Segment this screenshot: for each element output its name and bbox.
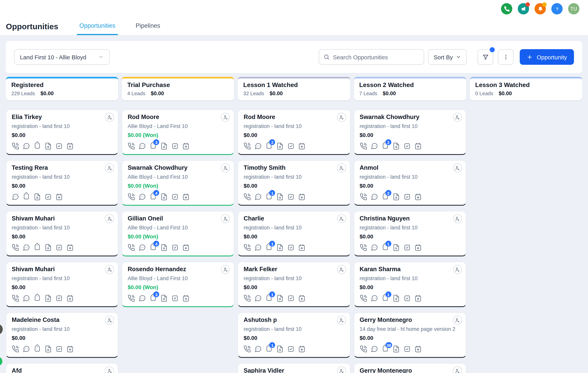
card-file-button[interactable] (160, 193, 168, 201)
card-phone-button[interactable] (12, 295, 19, 302)
card-tag-button[interactable]: 4 (149, 244, 157, 251)
card-tag-button[interactable]: 38 (381, 345, 389, 353)
card-task-button[interactable] (55, 142, 63, 150)
opportunity-card[interactable]: Rod MooreAllie Bloyd - Land First 10$0.0… (122, 110, 234, 155)
card-phone-button[interactable] (359, 142, 367, 150)
card-task-button[interactable] (287, 244, 295, 251)
unassign-owner-button[interactable] (453, 265, 462, 274)
card-task-button[interactable] (55, 295, 63, 302)
card-calendar-button[interactable] (298, 295, 306, 302)
card-tag-button[interactable]: 1 (265, 244, 273, 251)
phone-icon-button[interactable] (501, 3, 512, 14)
opportunity-card[interactable]: Testing Reraregistration - land first 10… (6, 160, 118, 206)
card-task-button[interactable] (55, 244, 63, 251)
card-task-button[interactable] (287, 193, 295, 201)
card-phone-button[interactable] (128, 295, 135, 302)
unassign-owner-button[interactable] (337, 214, 346, 223)
opportunity-card[interactable]: Mark Felkerregistration - land first 10$… (238, 262, 350, 307)
opportunity-card[interactable]: Charlieregistration - land first 10$0.00… (238, 211, 350, 256)
card-task-button[interactable] (403, 244, 411, 251)
card-task-button[interactable] (171, 142, 179, 150)
card-file-button[interactable] (392, 142, 400, 150)
card-tag-button[interactable] (33, 295, 41, 302)
opportunity-card[interactable]: Anmolregistration - land first 10$0.002 (354, 160, 466, 206)
card-chat-button[interactable] (138, 244, 146, 251)
unassign-owner-button[interactable] (453, 214, 462, 223)
card-tag-button[interactable]: 2 (381, 142, 389, 150)
card-chat-button[interactable] (138, 142, 146, 150)
card-file-button[interactable] (160, 244, 168, 251)
opportunity-card[interactable]: Afd (6, 363, 118, 373)
more-options-button[interactable] (498, 49, 514, 65)
opportunity-card[interactable]: Saphira Vidler (238, 363, 350, 373)
card-task-button[interactable] (287, 142, 295, 150)
card-calendar-button[interactable] (298, 345, 306, 353)
unassign-owner-button[interactable] (453, 164, 462, 172)
card-phone-button[interactable] (359, 345, 367, 353)
unassign-owner-button[interactable] (105, 265, 114, 274)
card-calendar-button[interactable] (182, 193, 190, 201)
megaphone-icon-button[interactable] (518, 3, 529, 14)
card-tag-button[interactable] (23, 193, 30, 201)
card-calendar-button[interactable] (414, 295, 422, 302)
search-input[interactable] (333, 54, 420, 60)
opportunity-card[interactable]: Rosendo HernandezAllie Bloyd - Land Firs… (122, 262, 234, 307)
card-phone-button[interactable] (244, 244, 251, 251)
opportunity-card[interactable]: Madeleine Costaregistration - land first… (6, 312, 118, 358)
card-phone-button[interactable] (12, 345, 19, 353)
opportunity-card[interactable]: Elia Tirkeyregistration - land first 10$… (6, 110, 118, 155)
card-chat-button[interactable] (138, 295, 146, 302)
card-chat-button[interactable] (255, 345, 262, 353)
card-task-button[interactable] (171, 295, 179, 302)
card-file-button[interactable] (44, 345, 52, 353)
opportunity-card[interactable]: Ashutosh pregistration - land first 10$0… (238, 312, 350, 358)
card-tag-button[interactable]: 2 (381, 193, 389, 201)
card-chat-button[interactable] (370, 345, 378, 353)
card-task-button[interactable] (403, 345, 411, 353)
card-phone-button[interactable] (128, 142, 135, 150)
card-chat-button[interactable] (255, 295, 262, 302)
add-opportunity-button[interactable]: Opportunity (520, 49, 574, 65)
help-icon-button[interactable]: ? (551, 3, 563, 14)
card-phone-button[interactable] (12, 142, 19, 150)
opportunity-card[interactable]: Rod Mooreregistration - land first 10$0.… (238, 110, 350, 155)
card-phone-button[interactable] (12, 244, 19, 251)
unassign-owner-button[interactable] (221, 164, 230, 172)
filter-button[interactable] (478, 49, 494, 65)
card-chat-button[interactable] (370, 244, 378, 251)
tab-pipelines[interactable]: Pipelines (133, 18, 163, 35)
card-tag-button[interactable]: 1 (381, 295, 389, 302)
card-phone-button[interactable] (359, 193, 367, 201)
card-chat-button[interactable] (12, 193, 19, 201)
opportunity-card[interactable]: Karan Sharmaregistration - land first 10… (354, 262, 466, 307)
card-task-button[interactable] (403, 295, 411, 302)
card-tag-button[interactable] (33, 142, 41, 150)
opportunity-card[interactable]: Gillian OneilAllie Bloyd - Land First 10… (122, 211, 234, 256)
card-task-button[interactable] (44, 193, 52, 201)
unassign-owner-button[interactable] (221, 265, 230, 274)
card-file-button[interactable] (392, 345, 400, 353)
card-calendar-button[interactable] (66, 244, 74, 251)
card-tag-button[interactable] (33, 244, 41, 251)
unassign-owner-button[interactable] (105, 164, 114, 172)
card-task-button[interactable] (171, 193, 179, 201)
card-calendar-button[interactable] (414, 142, 422, 150)
card-calendar-button[interactable] (66, 345, 74, 353)
card-file-button[interactable] (44, 295, 52, 302)
card-calendar-button[interactable] (298, 193, 306, 201)
card-task-button[interactable] (403, 193, 411, 201)
card-phone-button[interactable] (244, 142, 251, 150)
unassign-owner-button[interactable] (453, 113, 462, 122)
card-chat-button[interactable] (23, 142, 30, 150)
card-task-button[interactable] (171, 244, 179, 251)
avatar[interactable]: TU (568, 3, 579, 14)
unassign-owner-button[interactable] (337, 164, 346, 172)
card-calendar-button[interactable] (298, 244, 306, 251)
card-tag-button[interactable]: 1 (381, 244, 389, 251)
card-phone-button[interactable] (128, 244, 135, 251)
card-file-button[interactable] (160, 295, 168, 302)
opportunity-card[interactable]: Timothy Smithregistration - land first 1… (238, 160, 350, 206)
unassign-owner-button[interactable] (337, 113, 346, 122)
card-phone-button[interactable] (359, 295, 367, 302)
card-task-button[interactable] (287, 345, 295, 353)
